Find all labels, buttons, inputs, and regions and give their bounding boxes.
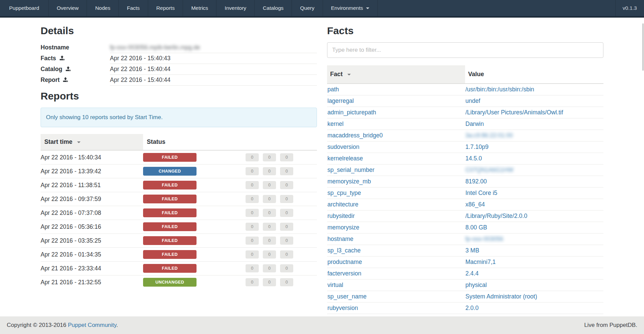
count-badge: 0: [280, 195, 293, 203]
fact-name-link[interactable]: admin_picturepath: [327, 109, 376, 116]
count-badge: 0: [280, 237, 293, 245]
count-badge: 0: [246, 264, 259, 272]
fact-name-link[interactable]: kernel: [327, 120, 344, 127]
fact-name-link[interactable]: kernelrelease: [327, 155, 363, 162]
fact-value-link[interactable]: undef: [465, 97, 480, 104]
count-badge: 0: [280, 223, 293, 231]
fact-name-link[interactable]: lagerregal: [327, 97, 354, 104]
puppet-community-link[interactable]: Puppet Community: [68, 322, 116, 328]
facts-title: Facts: [327, 25, 603, 36]
fact-name-link[interactable]: sp_l3_cache: [327, 247, 361, 254]
details-row-value: Apr 22 2016 - 15:40:44: [110, 76, 170, 83]
fact-value-link[interactable]: 8192.00: [465, 178, 487, 185]
details-row-value: fp-osx-003056.mpib-berlin.mpg.de: [110, 44, 200, 51]
report-row: Apr 22 2016 - 13:39:42 CHANGED 0 0 0: [41, 164, 317, 178]
fact-name-link[interactable]: sp_serial_number: [327, 166, 374, 173]
nav-brand-puppetboard[interactable]: Puppetboard: [0, 0, 48, 16]
fact-value-link[interactable]: 8.00 GB: [465, 224, 487, 231]
reports-section: Reports Only showing 10 reports sorted b…: [41, 90, 317, 289]
nav-item-reports[interactable]: Reports: [148, 0, 183, 16]
fact-row-kernel: kernel Darwin: [327, 118, 603, 130]
count-badge: 0: [263, 167, 276, 175]
count-badge: 0: [280, 167, 293, 175]
navbar: Puppetboard Overview Nodes Facts Reports…: [0, 0, 644, 18]
fact-name-link[interactable]: architecture: [327, 201, 358, 208]
fact-value-link[interactable]: /usr/bin:/bin:/usr/sbin:/sbin: [465, 86, 534, 93]
fact-row-kernelrelease: kernelrelease 14.5.0: [327, 153, 603, 164]
fact-value-link[interactable]: /Library/Ruby/Site/2.0.0: [465, 213, 527, 219]
copyright-prefix: Copyright © 2013-2016: [7, 322, 68, 328]
fact-name-link[interactable]: rubyversion: [327, 305, 358, 311]
reports-info-alert: Only showing 10 reports sorted by Start …: [41, 108, 317, 127]
fact-value-link[interactable]: 14.5.0: [465, 155, 482, 162]
facts-column-value-label: Value: [468, 71, 484, 77]
upload-icon[interactable]: [60, 55, 65, 62]
count-badge: 0: [280, 264, 293, 272]
fact-value-link[interactable]: C07QN1A6G1HW: [465, 166, 513, 173]
fact-value-link[interactable]: Darwin: [465, 120, 484, 127]
fact-value-link[interactable]: x86_64: [465, 201, 485, 208]
fact-name-link[interactable]: macaddress_bridge0: [327, 132, 383, 139]
fact-name-link[interactable]: virtual: [327, 282, 343, 288]
report-row: Apr 22 2016 - 03:35:25 FAILED 0 0 0: [41, 234, 317, 248]
facts-column-value[interactable]: Value: [465, 65, 603, 84]
reports-column-start-time[interactable]: Start time: [41, 134, 143, 150]
report-start-time: Apr 22 2016 - 03:35:25: [41, 234, 143, 248]
upload-icon[interactable]: [66, 66, 71, 73]
fact-value-link[interactable]: /Library/User Pictures/Animals/Owl.tif: [465, 109, 563, 116]
report-row: Apr 22 2016 - 05:36:16 FAILED 0 0 0: [41, 220, 317, 234]
fact-name-link[interactable]: path: [327, 86, 339, 93]
facts-filter-input[interactable]: [327, 42, 603, 58]
fact-name-link[interactable]: hostname: [327, 236, 353, 242]
main-content: Details Hostname fp-osx-003056.mpib-berl…: [0, 18, 644, 316]
fact-value-link[interactable]: physical: [465, 282, 487, 288]
copyright-suffix: .: [116, 322, 118, 328]
fact-name-link[interactable]: sp_cpu_type: [327, 190, 361, 196]
fact-row-memorysize: memorysize 8.00 GB: [327, 222, 603, 233]
count-badge: 0: [246, 181, 259, 189]
page-scrollbar[interactable]: [642, 23, 644, 71]
status-badge: FAILED: [143, 264, 197, 273]
report-row: Apr 22 2016 - 07:37:08 FAILED 0 0 0: [41, 206, 317, 220]
fact-name-link[interactable]: memorysize_mb: [327, 178, 371, 185]
upload-icon[interactable]: [63, 77, 68, 84]
fact-value-link[interactable]: 2.0.0: [465, 305, 479, 311]
status-badge: UNCHANGED: [143, 278, 197, 287]
report-row: Apr 22 2016 - 01:34:35 FAILED 0 0 0: [41, 248, 317, 262]
fact-name-link[interactable]: memorysize: [327, 224, 359, 231]
nav-item-catalogs[interactable]: Catalogs: [254, 0, 292, 16]
count-badge: 0: [246, 209, 259, 217]
fact-value-link[interactable]: 1.7.10p9: [465, 143, 488, 150]
report-row: Apr 22 2016 - 09:37:59 FAILED 0 0 0: [41, 192, 317, 206]
fact-name-link[interactable]: sudoversion: [327, 143, 359, 150]
nav-item-inventory[interactable]: Inventory: [216, 0, 254, 16]
facts-column-fact[interactable]: Fact: [327, 65, 465, 84]
report-row: Apr 22 2016 - 11:38:51 FAILED 0 0 0: [41, 178, 317, 192]
fact-name-link[interactable]: sp_user_name: [327, 293, 367, 300]
nav-item-nodes[interactable]: Nodes: [87, 0, 118, 16]
nav-item-facts[interactable]: Facts: [118, 0, 148, 16]
details-row-label: Catalog: [41, 66, 62, 72]
fact-value-link[interactable]: Intel Core i5: [465, 190, 497, 196]
count-badge: 0: [246, 237, 259, 245]
fact-value-link[interactable]: fp-osx-003056: [465, 236, 503, 242]
fact-value-link[interactable]: 3a:c9:86:22:01:00: [465, 132, 513, 139]
fact-value-link[interactable]: 3 MB: [465, 247, 479, 254]
fact-value-link[interactable]: Macmini7,1: [465, 259, 496, 265]
fact-name-link[interactable]: rubysitedir: [327, 213, 355, 219]
fact-name-link[interactable]: productname: [327, 259, 362, 265]
nav-item-overview[interactable]: Overview: [48, 0, 87, 16]
count-badge: 0: [263, 223, 276, 231]
fact-name-link[interactable]: facterversion: [327, 270, 361, 277]
nav-item-environments[interactable]: Environments: [323, 0, 378, 16]
reports-column-start-time-label: Start time: [44, 138, 72, 145]
nav-item-query[interactable]: Query: [292, 0, 322, 16]
report-start-time: Apr 22 2016 - 01:34:35: [41, 248, 143, 262]
sort-desc-icon: [77, 141, 80, 143]
reports-column-status[interactable]: Status: [143, 134, 317, 150]
nav-item-metrics[interactable]: Metrics: [183, 0, 216, 16]
count-badge: 0: [263, 209, 276, 217]
fact-value-link[interactable]: 2.4.4: [465, 270, 479, 277]
fact-value-link[interactable]: System Administrator (root): [465, 293, 537, 300]
details-row-report: Report Apr 22 2016 - 15:40:44: [41, 75, 317, 86]
